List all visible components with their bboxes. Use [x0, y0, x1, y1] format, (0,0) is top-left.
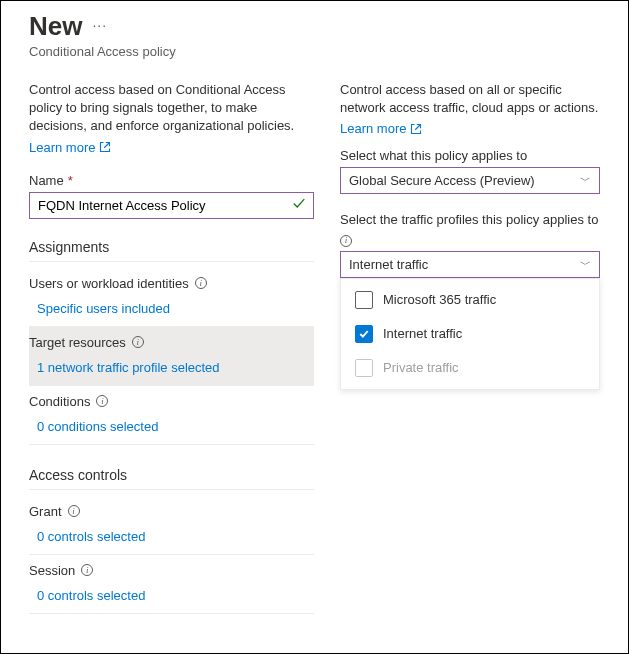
conditions-group[interactable]: Conditions i 0 conditions selected — [29, 386, 314, 445]
applies-to-value: Global Secure Access (Preview) — [349, 173, 535, 188]
option-label: Internet traffic — [383, 326, 462, 341]
users-value[interactable]: Specific users included — [29, 291, 314, 326]
name-label: Name * — [29, 173, 314, 188]
info-icon[interactable]: i — [68, 505, 80, 517]
left-column: Control access based on Conditional Acce… — [29, 81, 314, 614]
info-icon[interactable]: i — [340, 235, 352, 247]
traffic-profiles-dropdown[interactable]: Internet traffic ﹀ — [340, 251, 600, 278]
users-label: Users or workload identities i — [29, 268, 314, 291]
info-icon[interactable]: i — [195, 277, 207, 289]
target-resources-label: Target resources i — [29, 327, 314, 350]
learn-more-label: Learn more — [340, 121, 406, 136]
more-menu-icon[interactable]: ··· — [92, 17, 107, 37]
learn-more-link-left[interactable]: Learn more — [29, 140, 111, 155]
learn-more-label: Learn more — [29, 140, 95, 155]
page-title: New — [29, 11, 82, 42]
right-column: Control access based on all or specific … — [340, 81, 600, 614]
option-label: Microsoft 365 traffic — [383, 292, 496, 307]
name-input[interactable] — [29, 192, 314, 219]
option-private-traffic: Private traffic — [341, 351, 599, 385]
checkbox-unchecked[interactable] — [355, 291, 373, 309]
page-subtitle: Conditional Access policy — [29, 44, 604, 59]
grant-label: Grant i — [29, 496, 314, 519]
session-value[interactable]: 0 controls selected — [29, 578, 314, 613]
info-icon[interactable]: i — [132, 336, 144, 348]
left-description: Control access based on Conditional Acce… — [29, 81, 314, 136]
info-icon[interactable]: i — [81, 564, 93, 576]
session-group[interactable]: Session i 0 controls selected — [29, 555, 314, 614]
option-label: Private traffic — [383, 360, 459, 375]
external-link-icon — [99, 141, 111, 153]
chevron-down-icon: ﹀ — [580, 257, 591, 272]
target-resources-group[interactable]: Target resources i 1 network traffic pro… — [29, 327, 314, 386]
traffic-profiles-label: Select the traffic profiles this policy … — [340, 212, 598, 227]
right-description: Control access based on all or specific … — [340, 81, 600, 117]
checkbox-checked[interactable] — [355, 325, 373, 343]
external-link-icon — [410, 123, 422, 135]
check-icon — [292, 197, 306, 214]
grant-value[interactable]: 0 controls selected — [29, 519, 314, 554]
access-controls-heading: Access controls — [29, 467, 314, 490]
checkbox-disabled — [355, 359, 373, 377]
session-label: Session i — [29, 555, 314, 578]
info-icon[interactable]: i — [96, 395, 108, 407]
traffic-options-panel: Microsoft 365 traffic Internet traffic P… — [340, 278, 600, 390]
assignments-heading: Assignments — [29, 239, 314, 262]
applies-to-label: Select what this policy applies to — [340, 148, 600, 163]
required-indicator: * — [68, 173, 73, 188]
traffic-profiles-value: Internet traffic — [349, 257, 428, 272]
chevron-down-icon: ﹀ — [580, 173, 591, 188]
conditions-value[interactable]: 0 conditions selected — [29, 409, 314, 444]
conditions-label: Conditions i — [29, 386, 314, 409]
grant-group[interactable]: Grant i 0 controls selected — [29, 496, 314, 555]
users-group[interactable]: Users or workload identities i Specific … — [29, 268, 314, 327]
learn-more-link-right[interactable]: Learn more — [340, 121, 422, 136]
option-m365-traffic[interactable]: Microsoft 365 traffic — [341, 283, 599, 317]
applies-to-dropdown[interactable]: Global Secure Access (Preview) ﹀ — [340, 167, 600, 194]
option-internet-traffic[interactable]: Internet traffic — [341, 317, 599, 351]
target-resources-value[interactable]: 1 network traffic profile selected — [29, 350, 314, 385]
